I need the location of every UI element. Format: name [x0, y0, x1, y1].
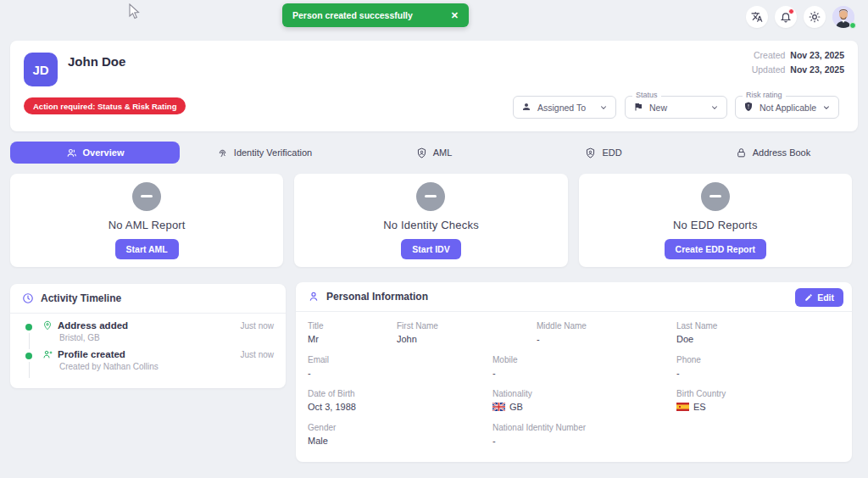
tab-overview[interactable]: Overview [10, 142, 180, 164]
edit-button[interactable]: Edit [795, 288, 843, 307]
activity-timeline-header: Activity Timeline [10, 284, 286, 314]
field-phone: Phone- [676, 355, 840, 378]
theme-toggle-button[interactable] [804, 6, 826, 28]
fingerprint-icon [217, 147, 228, 158]
start-idv-button[interactable]: Start IDV [401, 239, 460, 259]
field-last-name: Last NameDoe [676, 321, 840, 344]
notification-badge [788, 8, 794, 14]
field-title: TitleMr [308, 321, 397, 344]
tab-label: AML [433, 147, 453, 158]
timeline-item-title: Profile created [58, 349, 236, 359]
mouse-cursor [129, 3, 140, 19]
tab-identity-verification[interactable]: Identity Verification [180, 142, 349, 164]
summary-cards-row: No AML Report Start AML No Identity Chec… [10, 174, 852, 267]
topbar-actions [746, 6, 854, 28]
timeline-bullet [25, 353, 32, 359]
edd-empty-title: No EDD Reports [673, 219, 758, 231]
personal-information-card: Personal Information Edit TitleMr First … [296, 282, 852, 462]
field-email: Email- [308, 355, 492, 378]
field-date-of-birth: Date of BirthOct 3, 1988 [308, 389, 492, 412]
notifications-button[interactable] [775, 6, 797, 28]
timeline-item-time: Just now [241, 321, 274, 331]
flag-icon [633, 100, 643, 115]
activity-timeline-title: Activity Timeline [41, 292, 121, 304]
timeline-item: Profile created Just now Created by Nath… [22, 349, 274, 378]
gb-flag-icon [492, 403, 505, 411]
timeline-item-title: Address added [58, 320, 236, 331]
user-avatar[interactable] [832, 6, 854, 28]
status-label: Status [632, 91, 661, 99]
tab-label: Address Book [753, 147, 810, 158]
timeline-item-subtitle: Bristol, GB [42, 331, 274, 349]
assigned-to-value: Assigned To [537, 103, 593, 113]
chevron-down-icon [822, 103, 831, 112]
idv-empty-title: No Identity Checks [383, 219, 479, 231]
tab-edd[interactable]: EDD [519, 142, 688, 164]
updated-value: Nov 23, 2025 [790, 64, 844, 75]
field-middle-name: Middle Name- [537, 321, 676, 344]
es-flag-icon [676, 403, 689, 411]
tab-bar: Overview Identity Verification AML EDD A… [10, 142, 858, 164]
pi-row: Date of BirthOct 3, 1988 Nationality GB … [308, 389, 840, 412]
language-button[interactable] [746, 6, 768, 28]
personal-information-header: Personal Information Edit [296, 282, 852, 312]
pi-row: Email- Mobile- Phone- [308, 355, 840, 378]
start-aml-button[interactable]: Start AML [115, 239, 179, 259]
toast-close-icon[interactable]: ✕ [451, 11, 459, 20]
chevron-down-icon [710, 103, 719, 112]
timeline-item: Address added Just now Bristol, GB [22, 320, 274, 349]
pencil-icon [804, 293, 813, 302]
edd-empty-card: No EDD Reports Create EDD Report [579, 174, 852, 267]
edit-button-label: Edit [817, 292, 834, 303]
field-nationality: Nationality GB [492, 389, 676, 412]
created-label: Created [754, 50, 785, 60]
tab-address-book[interactable]: Address Book [688, 142, 858, 164]
toast-message: Person created successfully [292, 10, 413, 20]
activity-timeline-card: Activity Timeline Address added Just now… [10, 284, 286, 388]
field-birth-country: Birth Country ES [676, 389, 840, 412]
action-required-badge: Action required: Status & Risk Rating [24, 97, 186, 114]
field-first-name: First NameJohn [397, 321, 537, 344]
tab-label: Identity Verification [234, 147, 312, 158]
shield-icon [743, 100, 754, 115]
tab-label: EDD [602, 147, 621, 158]
tab-aml[interactable]: AML [349, 142, 519, 164]
person-group-icon [66, 147, 77, 158]
timeline-bullet [25, 324, 32, 331]
toast-success: Person created successfully ✕ [282, 3, 469, 27]
shield-person-icon [416, 147, 427, 158]
pi-row: GenderMale National Identity Number- [308, 423, 840, 446]
minus-circle-icon [701, 182, 730, 211]
field-national-identity-number: National Identity Number- [492, 423, 676, 446]
location-pin-icon [42, 320, 53, 331]
status-dropdown[interactable]: Status New [625, 96, 727, 119]
risk-rating-value: Not Applicable [760, 103, 816, 113]
field-mobile: Mobile- [492, 355, 676, 378]
status-value: New [649, 103, 704, 113]
tab-label: Overview [83, 147, 125, 158]
minus-circle-icon [132, 182, 161, 211]
personal-information-title: Personal Information [326, 291, 428, 303]
created-value: Nov 23, 2025 [790, 50, 844, 60]
minus-circle-icon [416, 182, 445, 211]
risk-rating-dropdown[interactable]: Risk rating Not Applicable [735, 96, 839, 119]
assigned-to-dropdown[interactable]: Assigned To [513, 96, 616, 119]
timeline-list: Address added Just now Bristol, GB Profi… [10, 314, 286, 383]
aml-empty-card: No AML Report Start AML [10, 174, 283, 267]
address-book-icon [736, 147, 747, 158]
pi-row: TitleMr First NameJohn Middle Name- Last… [308, 321, 840, 344]
online-status-dot [849, 22, 856, 29]
person-add-icon [42, 349, 53, 359]
timeline-item-subtitle: Created by Nathan Collins [42, 359, 274, 378]
aml-empty-title: No AML Report [108, 219, 186, 231]
person-name: John Doe [68, 54, 125, 69]
person-icon [521, 100, 531, 115]
clock-icon [22, 292, 34, 304]
risk-rating-label: Risk rating [743, 91, 786, 99]
record-dates: CreatedNov 23, 2025 UpdatedNov 23, 2025 [752, 48, 844, 77]
page: Person created successfully ✕ [0, 0, 868, 478]
personal-information-body: TitleMr First NameJohn Middle Name- Last… [296, 312, 852, 466]
create-edd-report-button[interactable]: Create EDD Report [665, 239, 767, 259]
updated-label: Updated [752, 64, 786, 75]
field-gender: GenderMale [308, 423, 492, 446]
